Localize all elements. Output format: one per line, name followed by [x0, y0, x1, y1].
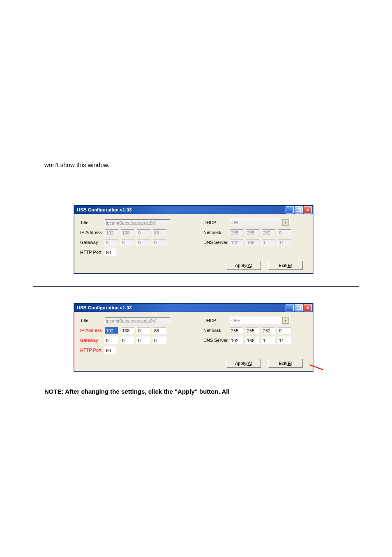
- label-httpport: HTTP Port: [80, 348, 105, 353]
- gw-octet-4[interactable]: 0: [153, 337, 166, 344]
- httpport-field[interactable]: 80: [105, 347, 116, 354]
- gw-octet-2[interactable]: 0: [121, 337, 134, 344]
- dhcp-value: ON: [231, 220, 238, 225]
- usb-config-window-1: USB Configuration v1.03 _ × Title ipcam(…: [74, 205, 313, 274]
- label-title: Title: [80, 220, 105, 225]
- dns-octet-3: 1: [262, 239, 275, 246]
- ip-octet-3: 0: [137, 229, 150, 236]
- exit-button[interactable]: Exit(E): [268, 359, 303, 368]
- label-netmask: Netmask: [203, 230, 230, 235]
- section-divider: [33, 286, 359, 287]
- nm-octet-1[interactable]: 255: [230, 327, 243, 334]
- maximize-button[interactable]: [295, 206, 303, 214]
- label-dhcp: DHCP: [203, 318, 230, 323]
- dns-octet-3[interactable]: 1: [262, 337, 275, 344]
- nm-octet-3: 252: [262, 229, 275, 236]
- nm-octet-1: 255: [230, 229, 243, 236]
- minimize-button[interactable]: _: [286, 304, 294, 311]
- apply-button[interactable]: Apply(A): [226, 359, 261, 368]
- close-button[interactable]: ×: [304, 206, 312, 214]
- label-gateway: Gateway: [80, 338, 105, 343]
- nm-octet-4[interactable]: 0: [278, 327, 291, 334]
- dhcp-value: OFF: [231, 318, 240, 323]
- nm-octet-2: 255: [246, 229, 259, 236]
- chevron-down-icon: ▾: [282, 219, 289, 226]
- window-title: USB Configuration v1.03: [77, 207, 286, 212]
- ip-octet-1[interactable]: 192: [105, 327, 118, 334]
- title-field: ipcam(0a:ca:ca:ca:ca:0b): [105, 219, 171, 226]
- body-text: won't show this window.: [44, 161, 392, 168]
- chevron-down-icon: ▾: [282, 317, 289, 324]
- gw-octet-2: 0: [121, 239, 134, 246]
- dns-octet-4: 11: [278, 239, 291, 246]
- ip-octet-1: 192: [105, 229, 118, 236]
- usb-config-window-2: USB Configuration v1.03 _ × Title ipcam(…: [74, 303, 313, 371]
- nm-octet-3[interactable]: 252: [262, 327, 275, 334]
- nm-octet-4: 0: [278, 229, 291, 236]
- dhcp-select[interactable]: OFF ▾: [230, 317, 290, 324]
- apply-button[interactable]: Apply(A): [226, 261, 261, 270]
- gw-octet-1[interactable]: 0: [105, 337, 118, 344]
- dns-octet-4[interactable]: 11: [278, 337, 291, 344]
- titlebar[interactable]: USB Configuration v1.03 _ ×: [74, 304, 313, 312]
- ip-octet-4: 83: [153, 229, 166, 236]
- label-dns: DNS Server: [203, 240, 230, 245]
- close-button[interactable]: ×: [304, 304, 312, 311]
- label-ip: IP Address: [80, 230, 105, 235]
- ip-octet-2[interactable]: 168: [121, 327, 134, 334]
- nm-octet-2[interactable]: 255: [246, 327, 259, 334]
- ip-octet-2: 168: [121, 229, 134, 236]
- label-title: Title: [80, 318, 105, 323]
- label-dhcp: DHCP: [203, 220, 230, 225]
- dns-octet-2[interactable]: 168: [246, 337, 259, 344]
- label-netmask: Netmask: [203, 328, 230, 333]
- ip-octet-4[interactable]: 83: [153, 327, 166, 334]
- gw-octet-3: 0: [137, 239, 150, 246]
- gw-octet-3[interactable]: 0: [137, 337, 150, 344]
- gw-octet-4: 0: [153, 239, 166, 246]
- label-httpport: HTTP Port: [80, 250, 105, 255]
- minimize-button[interactable]: _: [286, 206, 294, 214]
- gw-octet-1: 0: [105, 239, 118, 246]
- httpport-field[interactable]: 80: [105, 249, 116, 256]
- titlebar[interactable]: USB Configuration v1.03 _ ×: [74, 206, 313, 214]
- window-title: USB Configuration v1.03: [77, 305, 286, 310]
- title-field: ipcam(0a:ca:ca:ca:ca:0b): [105, 317, 171, 324]
- dns-octet-1[interactable]: 192: [230, 337, 243, 344]
- dhcp-select[interactable]: ON ▾: [230, 219, 290, 226]
- maximize-button[interactable]: [295, 304, 303, 311]
- label-dns: DNS Server: [203, 338, 230, 343]
- note-text: NOTE: After changing the settings, click…: [44, 388, 392, 395]
- exit-button[interactable]: Exit(E): [268, 261, 303, 270]
- dns-octet-1: 192: [230, 239, 243, 246]
- label-gateway: Gateway: [80, 240, 105, 245]
- label-ip: IP Address: [80, 328, 105, 333]
- ip-octet-3[interactable]: 0: [137, 327, 150, 334]
- dns-octet-2: 168: [246, 239, 259, 246]
